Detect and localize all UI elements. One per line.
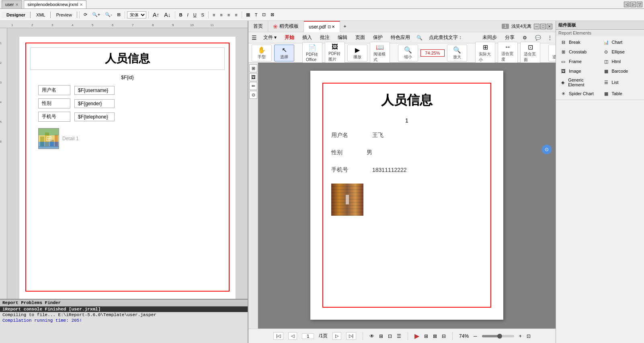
panel-item-ellipse[interactable]: ⊙ Ellipse: [601, 47, 643, 56]
align-justify-btn[interactable]: ≡: [233, 11, 239, 18]
designer-tab-designer[interactable]: Designer: [2, 12, 31, 18]
panel-item-generic[interactable]: ◈ Generic Element: [558, 76, 600, 88]
pdf-close[interactable]: ✕: [547, 24, 552, 29]
panel-item-crosstab[interactable]: ⊞ Crosstab: [558, 47, 600, 56]
font-decrease-btn[interactable]: A↓: [162, 10, 172, 19]
zoom-minus[interactable]: ─: [474, 333, 477, 339]
pdf-tab-controls[interactable]: ⊡ ✕: [328, 24, 335, 29]
tool-pdf-image[interactable]: 🖼 PDF转图片: [325, 42, 345, 64]
pdf-nav-prev[interactable]: ◁: [288, 332, 297, 340]
tool-select[interactable]: ↖ 选择: [274, 45, 294, 61]
menu-file[interactable]: 文件 ▾: [262, 33, 278, 42]
align-left-btn[interactable]: ≡: [211, 11, 217, 18]
more-btn[interactable]: ▦: [244, 11, 252, 18]
pdf-maximize[interactable]: □: [540, 24, 546, 29]
panel-item-spider[interactable]: ✳ Spider Chart: [558, 89, 600, 98]
pdf-page-input[interactable]: [302, 333, 314, 339]
panel-elements-grid: ⊟ Break 📊 Chart ⊞ Crosstab ⊙ Ellipse: [556, 36, 644, 100]
layout-btn[interactable]: ⊠: [269, 11, 276, 18]
font-increase-btn[interactable]: A↑: [151, 10, 161, 19]
app-container: user ✕ simplenodebooknew.jrxml ✕ ◁ ▷ ▽ D…: [0, 0, 644, 343]
tool-zoom-out[interactable]: 🔍 缩小: [398, 45, 418, 61]
panel-item-table[interactable]: ▦ Table: [601, 89, 643, 98]
italic-btn[interactable]: I: [185, 11, 191, 18]
pdf-nav-first[interactable]: |◁: [273, 332, 283, 340]
bold-btn[interactable]: B: [177, 11, 185, 18]
toolbar-btn-grid[interactable]: ⊞: [115, 11, 123, 18]
arrange-btn[interactable]: ⊡: [260, 11, 268, 18]
zoom-slider[interactable]: [482, 335, 514, 337]
tab-simplenodebook-close[interactable]: ✕: [80, 2, 83, 7]
tool-play[interactable]: ▶ 播放: [347, 45, 367, 61]
pdf-zoom-value: 74%: [459, 333, 469, 339]
tool-pdf-office[interactable]: 📄 PDF转Office: [302, 42, 322, 63]
menu-more[interactable]: ⋮: [548, 35, 552, 41]
tool-actual-size[interactable]: ⊞ 实际大小: [475, 42, 495, 64]
btn-settings[interactable]: ⚙: [521, 34, 529, 41]
btn-sync[interactable]: 未同步: [481, 33, 498, 42]
align-center-btn[interactable]: ≡: [218, 11, 224, 18]
zoom-plus[interactable]: +: [519, 333, 522, 339]
text-btn[interactable]: T: [253, 11, 260, 18]
html-icon: ◫: [602, 58, 610, 65]
side-btn-3[interactable]: ✏: [249, 82, 257, 90]
win-nav-left[interactable]: ◁: [624, 2, 630, 7]
tool-zoom-in[interactable]: 🔍 放大: [447, 45, 467, 61]
pdf-nav-next[interactable]: ▷: [332, 332, 341, 340]
svg-rect-11: [331, 207, 363, 207]
win-nav-down[interactable]: ▽: [637, 2, 642, 7]
tool-anticlockwise[interactable]: ↺ 逆时针: [548, 45, 556, 61]
fullscreen-icon[interactable]: ⊡: [527, 333, 531, 339]
menu-comment[interactable]: 批注: [318, 33, 331, 42]
panel-item-html[interactable]: ◫ Html: [601, 57, 643, 66]
toolbar-btn-reload[interactable]: ⟳: [82, 11, 89, 18]
menu-insert[interactable]: 插入: [301, 33, 314, 42]
btn-share[interactable]: 分享: [503, 33, 516, 42]
break-icon: ⊟: [559, 39, 567, 45]
hamburger-icon[interactable]: ☰: [252, 35, 257, 41]
side-btn-4[interactable]: ⊙: [249, 91, 257, 99]
panel-item-frame[interactable]: ▭ Frame: [558, 57, 600, 66]
pdf-tab-add[interactable]: +: [340, 24, 349, 29]
menu-start[interactable]: 开始: [283, 33, 296, 42]
footer-play-icon[interactable]: ▶: [414, 332, 419, 340]
menu-page[interactable]: 页面: [354, 33, 367, 42]
tool-fit-width[interactable]: ↔ 适合宽度: [498, 42, 518, 64]
tool-hand[interactable]: ✋ 手型: [252, 45, 272, 61]
tab-user-close[interactable]: ✕: [15, 2, 18, 7]
toolbar-btn-zoom-in[interactable]: 🔍+: [90, 11, 102, 18]
panel-item-chart[interactable]: 📊 Chart: [601, 38, 643, 47]
side-btn-2[interactable]: 🖼: [249, 73, 257, 81]
tool-read-mode[interactable]: 📖 阅读模式: [370, 42, 390, 64]
pdf-tab-home[interactable]: 首页: [248, 21, 268, 32]
designer-tab-preview[interactable]: Preview: [51, 12, 77, 18]
toolbar-btn-zoom-out[interactable]: 🔍-: [103, 11, 114, 18]
designer-tab-xml[interactable]: XML: [31, 12, 51, 18]
win-nav-right[interactable]: ▷: [630, 2, 636, 7]
panel-item-barcode[interactable]: ▦ Barcode: [601, 67, 643, 76]
pdf-minimize[interactable]: ─: [534, 24, 539, 29]
menu-edit[interactable]: 编辑: [336, 33, 349, 42]
chart-image-placeholder[interactable]: [38, 128, 59, 149]
tool-fit-page[interactable]: ⊡ 适合页面: [520, 42, 540, 64]
zoom-thumb[interactable]: [497, 334, 502, 339]
side-btn-1[interactable]: ⊞: [249, 64, 257, 72]
btn-comment2[interactable]: 💬: [533, 34, 543, 41]
strikethrough-btn[interactable]: S: [199, 11, 206, 18]
menu-special[interactable]: 特色应用: [389, 33, 412, 42]
pdf-nav-last[interactable]: ▷|: [346, 332, 356, 340]
zoom-input[interactable]: [420, 49, 445, 57]
pdf-tab-userpdf[interactable]: user.pdf ⊡ ✕: [304, 21, 340, 32]
panel-item-list[interactable]: ☰ List: [601, 76, 643, 88]
tab-simplenodebook[interactable]: simplenodebooknew.jrxml ✕: [24, 0, 86, 8]
panel-item-image[interactable]: 🖼 Image: [558, 67, 600, 76]
menu-search[interactable]: 点此查找文字：: [427, 33, 464, 42]
align-right-btn[interactable]: ≡: [226, 11, 232, 18]
panel-item-break[interactable]: ⊟ Break: [558, 38, 600, 47]
font-family-select[interactable]: 宋体: [127, 11, 146, 18]
underline-btn[interactable]: U: [191, 11, 199, 18]
pdf-tab-template[interactable]: ❀ 稻壳模板: [268, 21, 304, 32]
floating-btn[interactable]: ⊙: [542, 145, 552, 154]
tab-user[interactable]: user ✕: [2, 0, 22, 8]
menu-protect[interactable]: 保护: [371, 33, 384, 42]
